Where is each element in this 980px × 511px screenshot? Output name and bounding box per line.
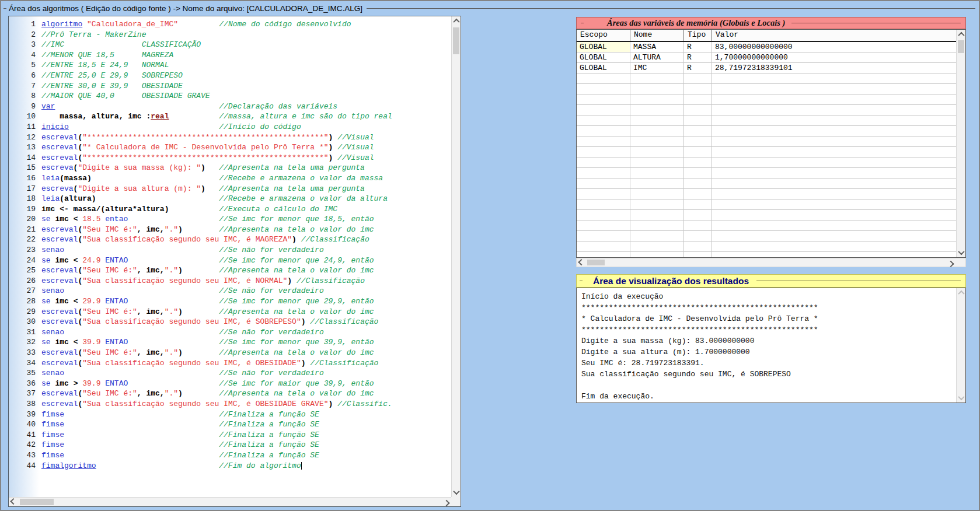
chevron-up-icon — [958, 290, 964, 297]
code-area[interactable]: 1algoritmo "Calculadora_de_IMC" //Nome d… — [9, 16, 451, 497]
variables-hscrollbar[interactable] — [576, 258, 966, 267]
table-row[interactable] — [577, 84, 956, 94]
table-row[interactable] — [577, 136, 956, 147]
code-line[interactable]: 14escreval("****************************… — [9, 153, 451, 163]
code-line[interactable]: 12escreval("****************************… — [9, 132, 451, 143]
table-row[interactable] — [577, 116, 956, 126]
table-row[interactable] — [577, 126, 956, 136]
table-row[interactable] — [577, 74, 956, 84]
variables-hscroll-thumb[interactable] — [587, 260, 605, 265]
code-line[interactable]: 31senao //Se não for verdadeiro — [9, 327, 451, 338]
code-text: var //Declaração das variáveis — [40, 102, 337, 112]
code-line[interactable]: 42fimse //Finaliza a função SE — [9, 440, 451, 450]
code-line[interactable]: 40fimse //Finaliza a função SE — [9, 419, 451, 430]
scroll-right-arrow-icon[interactable] — [946, 258, 955, 268]
code-line[interactable]: 43fimse //Finaliza a função SE — [9, 450, 451, 461]
table-row[interactable] — [577, 210, 956, 220]
line-number: 11 — [9, 122, 40, 132]
code-line[interactable]: 18leia(altura) //Recebe e armazena o val… — [9, 194, 451, 204]
code-line[interactable]: 13escreval("* Calculadora de IMC - Desen… — [9, 142, 451, 153]
code-line[interactable]: 20se imc < 18.5 entao //Se imc for menor… — [9, 214, 451, 225]
code-line[interactable]: 3//IMC CLASSIFICAÇÃO — [9, 40, 451, 50]
table-row[interactable] — [577, 220, 956, 231]
table-row[interactable] — [577, 252, 956, 257]
chevron-up-icon — [958, 32, 964, 38]
table-row[interactable] — [577, 178, 956, 189]
code-editor[interactable]: 1algoritmo "Calculadora_de_IMC" //Nome d… — [8, 16, 461, 507]
column-header-valor[interactable]: Valor — [712, 30, 956, 41]
code-text: escreval("Seu IMC é:", imc,".") //Aprese… — [40, 265, 374, 276]
table-row[interactable] — [577, 105, 956, 116]
console-vscrollbar[interactable] — [956, 288, 965, 402]
code-line[interactable]: 7//ENTRE 30,0 E 39,9 OBESIDADE — [9, 81, 451, 92]
code-line[interactable]: 37escreval("Seu IMC é:", imc,".") //Apre… — [9, 388, 451, 399]
code-line[interactable]: 27senao //Se não for verdadeiro — [9, 286, 451, 296]
code-line[interactable]: 1algoritmo "Calculadora_de_IMC" //Nome d… — [9, 19, 451, 30]
scroll-down-arrow-icon[interactable] — [452, 488, 461, 497]
scroll-down-arrow-icon[interactable] — [957, 393, 966, 402]
table-row[interactable]: GLOBALIMCR28,71972318339101 — [577, 63, 956, 74]
code-line[interactable]: 21escreval("Seu IMC é:", imc,".") //Apre… — [9, 225, 451, 235]
code-line[interactable]: 5//ENTRE 18,5 E 24,9 NORMAL — [9, 60, 451, 71]
table-row[interactable] — [577, 158, 956, 168]
code-line[interactable]: 35senao //Se não for verdadeiro — [9, 368, 451, 379]
editor-vscroll-thumb[interactable] — [453, 27, 459, 54]
code-line[interactable]: 44fimalgoritmo //Fim do algoritmo — [9, 461, 451, 471]
scroll-right-arrow-icon[interactable] — [442, 498, 451, 507]
variables-vscroll-thumb[interactable] — [958, 40, 964, 53]
editor-vscrollbar[interactable] — [451, 16, 461, 497]
code-line[interactable]: 16leia(massa) //Recebe e armazena o valo… — [9, 173, 451, 184]
table-row[interactable] — [577, 200, 956, 210]
table-row[interactable] — [577, 189, 956, 200]
code-line[interactable]: 30escreval("Sua classificação segundo se… — [9, 317, 451, 327]
code-line[interactable]: 9var //Declaração das variáveis — [9, 102, 451, 112]
code-line[interactable]: 32se imc < 39.9 ENTAO //Se imc for menor… — [9, 337, 451, 348]
code-line[interactable]: 39fimse //Finaliza a função SE — [9, 410, 451, 420]
table-row[interactable] — [577, 168, 956, 178]
code-text: se imc > 39.9 ENTAO //Se imc for maior q… — [40, 379, 374, 389]
code-line[interactable]: 36se imc > 39.9 ENTAO //Se imc for maior… — [9, 379, 451, 389]
table-row[interactable]: GLOBALALTURAR1,70000000000000 — [577, 52, 956, 63]
code-line[interactable]: 34escreval("Sua classificação segundo se… — [9, 358, 451, 369]
scroll-left-arrow-icon[interactable] — [9, 498, 18, 507]
editor-hscrollbar[interactable] — [9, 497, 451, 506]
code-line[interactable]: 29escreval("Seu IMC é:", imc,".") //Apre… — [9, 307, 451, 317]
code-line[interactable]: 11inicio //Início do código — [9, 122, 451, 132]
table-row[interactable] — [577, 94, 956, 105]
code-line[interactable]: 19imc <- massa/(altura*altura) //Executa… — [9, 204, 451, 215]
code-line[interactable]: 38escreval("Sua classificação segundo se… — [9, 399, 451, 410]
code-line[interactable]: 22escreval("Sua classificação segundo se… — [9, 235, 451, 245]
column-header-escopo[interactable]: Escopo — [577, 30, 630, 41]
code-line[interactable]: 26escreval("Sua classificação segundo se… — [9, 276, 451, 286]
line-number: 36 — [9, 379, 40, 389]
code-line[interactable]: 28se imc < 29.9 ENTAO //Se imc for menor… — [9, 296, 451, 307]
code-line[interactable]: 6//ENTRE 25,0 E 29,9 SOBREPESO — [9, 71, 451, 81]
code-line[interactable]: 15escreva("Digite a sua massa (kg): ") /… — [9, 163, 451, 173]
table-cell — [630, 105, 684, 116]
code-text: escreval("Sua classificação segundo seu … — [40, 358, 378, 369]
table-row[interactable] — [577, 231, 956, 242]
column-header-nome[interactable]: Nome — [630, 30, 684, 41]
column-header-tipo[interactable]: Tipo — [684, 30, 712, 41]
scroll-left-arrow-icon[interactable] — [577, 258, 586, 268]
code-line[interactable]: 24se imc < 24.9 ENTAO //Se imc for menor… — [9, 256, 451, 266]
code-line[interactable]: 4//MENOR QUE 18,5 MAGREZA — [9, 50, 451, 61]
code-line[interactable]: 2//Prô Terra - MakerZine — [9, 30, 451, 40]
code-line[interactable]: 23senao //Se não for verdadeiro — [9, 245, 451, 256]
code-line[interactable]: 10 massa, altura, imc :real //massa, alt… — [9, 111, 451, 122]
code-line[interactable]: 25escreval("Seu IMC é:", imc,".") //Apre… — [9, 265, 451, 276]
code-line[interactable]: 17escreva("Digite a sua altura (m): ") /… — [9, 184, 451, 194]
scroll-up-arrow-icon[interactable] — [452, 16, 461, 26]
editor-hscroll-thumb[interactable] — [20, 499, 54, 505]
scroll-up-arrow-icon[interactable] — [957, 30, 966, 39]
code-line[interactable]: 33escreval("Seu IMC é:", imc,".") //Apre… — [9, 348, 451, 358]
code-line[interactable]: 8//MAIOR QUE 40,0 OBESIDADE GRAVE — [9, 91, 451, 102]
scroll-down-arrow-icon[interactable] — [957, 248, 966, 257]
table-row[interactable]: GLOBALMASSAR83,00000000000000 — [577, 42, 956, 52]
variables-vscrollbar[interactable] — [956, 30, 965, 257]
table-row[interactable] — [577, 242, 956, 252]
code-line[interactable]: 41fimse //Finaliza a função SE — [9, 430, 451, 440]
table-cell — [630, 147, 684, 158]
table-row[interactable] — [577, 147, 956, 158]
scroll-up-arrow-icon[interactable] — [957, 288, 966, 298]
